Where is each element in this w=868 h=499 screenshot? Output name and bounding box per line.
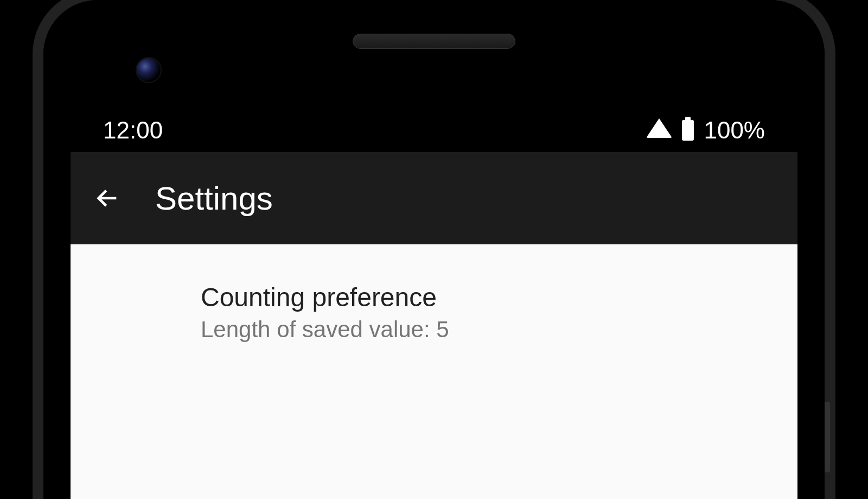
battery-percent-label: 100%: [704, 117, 765, 144]
phone-inner-frame: 12:00 100% Settings Counting preference: [43, 0, 825, 499]
status-bar: 12:00 100%: [71, 109, 797, 152]
phone-front-camera: [136, 57, 162, 83]
wifi-icon: [646, 118, 672, 138]
app-bar: Settings: [71, 152, 797, 244]
phone-device-frame: 12:00 100% Settings Counting preference: [33, 0, 835, 499]
arrow-left-icon: [92, 183, 123, 213]
back-button[interactable]: [92, 183, 123, 213]
settings-content: Counting preference Length of saved valu…: [71, 244, 797, 499]
status-time: 12:00: [103, 117, 163, 144]
preference-counting[interactable]: Counting preference Length of saved valu…: [71, 271, 797, 353]
status-icons-group: 100%: [646, 117, 765, 144]
battery-icon: [682, 120, 694, 141]
preference-title: Counting preference: [201, 282, 776, 312]
phone-speaker: [353, 34, 515, 49]
preference-summary: Length of saved value: 5: [201, 317, 776, 343]
page-title: Settings: [155, 180, 273, 217]
phone-screen: 12:00 100% Settings Counting preference: [71, 109, 797, 499]
phone-power-button: [825, 402, 830, 472]
